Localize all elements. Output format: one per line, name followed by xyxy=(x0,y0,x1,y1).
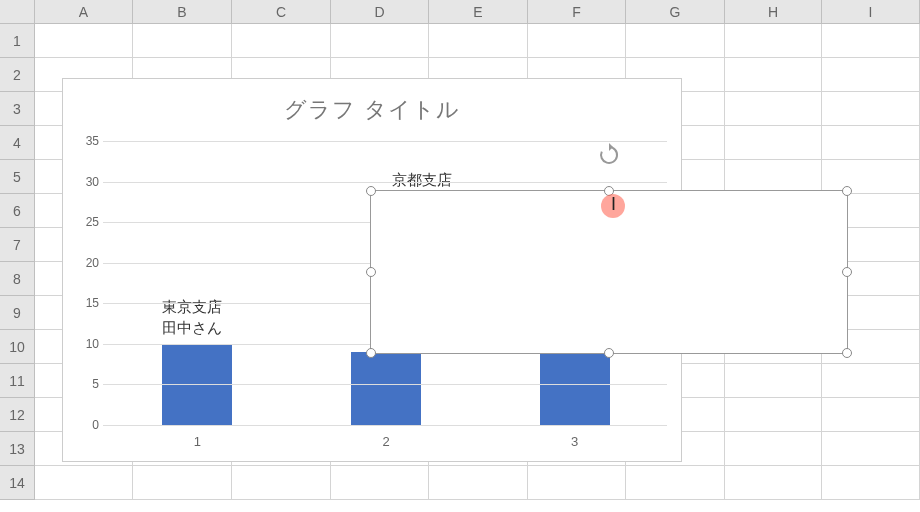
chart-title[interactable]: グラフ タイトル xyxy=(63,79,681,125)
cell-H11[interactable] xyxy=(725,364,822,398)
row-header-4[interactable]: 4 xyxy=(0,126,35,160)
bar[interactable] xyxy=(351,352,421,425)
cell-C14[interactable] xyxy=(232,466,331,500)
resize-handle[interactable] xyxy=(842,348,852,358)
y-tick: 25 xyxy=(86,215,99,229)
resize-handle[interactable] xyxy=(366,348,376,358)
cell-E14[interactable] xyxy=(429,466,528,500)
cell-D1[interactable] xyxy=(331,24,429,58)
row-header-6[interactable]: 6 xyxy=(0,194,35,228)
text-cursor-icon: I xyxy=(611,194,616,215)
column-header-H[interactable]: H xyxy=(725,0,822,23)
row-header-13[interactable]: 13 xyxy=(0,432,35,466)
row-header-10[interactable]: 10 xyxy=(0,330,35,364)
cell-D14[interactable] xyxy=(331,466,429,500)
row-header-5[interactable]: 5 xyxy=(0,160,35,194)
y-tick: 5 xyxy=(92,377,99,391)
cell-H5[interactable] xyxy=(725,160,822,194)
resize-handle[interactable] xyxy=(842,186,852,196)
x-tick: 2 xyxy=(382,434,389,449)
y-tick: 15 xyxy=(86,296,99,310)
resize-handle[interactable] xyxy=(366,267,376,277)
row-header-1[interactable]: 1 xyxy=(0,24,35,58)
cell-I1[interactable] xyxy=(822,24,920,58)
cell-H1[interactable] xyxy=(725,24,822,58)
cell-H14[interactable] xyxy=(725,466,822,500)
resize-handle[interactable] xyxy=(842,267,852,277)
cell-A1[interactable] xyxy=(35,24,133,58)
row-header-14[interactable]: 14 xyxy=(0,466,35,500)
cell-B14[interactable] xyxy=(133,466,232,500)
bar[interactable] xyxy=(540,352,610,425)
cell-G1[interactable] xyxy=(626,24,725,58)
cell-I11[interactable] xyxy=(822,364,920,398)
data-label[interactable]: 東京支店 田中さん xyxy=(162,296,222,338)
cell-G14[interactable] xyxy=(626,466,725,500)
gridline xyxy=(103,182,667,183)
resize-handle[interactable] xyxy=(604,348,614,358)
column-header-G[interactable]: G xyxy=(626,0,725,23)
column-header-D[interactable]: D xyxy=(331,0,429,23)
row-header-12[interactable]: 12 xyxy=(0,398,35,432)
cell-C1[interactable] xyxy=(232,24,331,58)
cell-I12[interactable] xyxy=(822,398,920,432)
rotate-handle-icon[interactable] xyxy=(597,143,621,167)
y-tick: 30 xyxy=(86,175,99,189)
cell-I14[interactable] xyxy=(822,466,920,500)
x-tick: 1 xyxy=(194,434,201,449)
row-header-3[interactable]: 3 xyxy=(0,92,35,126)
x-tick: 3 xyxy=(571,434,578,449)
cell-H3[interactable] xyxy=(725,92,822,126)
column-header-A[interactable]: A xyxy=(35,0,133,23)
row-header-9[interactable]: 9 xyxy=(0,296,35,330)
gridline xyxy=(103,425,667,426)
cell-E1[interactable] xyxy=(429,24,528,58)
select-all-corner[interactable] xyxy=(0,0,35,23)
column-headers: ABCDEFGHI xyxy=(0,0,920,24)
cell-H2[interactable] xyxy=(725,58,822,92)
y-tick: 20 xyxy=(86,256,99,270)
cell-I2[interactable] xyxy=(822,58,920,92)
y-tick: 0 xyxy=(92,418,99,432)
row-header-11[interactable]: 11 xyxy=(0,364,35,398)
cell-A14[interactable] xyxy=(35,466,133,500)
gridline xyxy=(103,141,667,142)
cell-B1[interactable] xyxy=(133,24,232,58)
data-label[interactable]: 京都支店 xyxy=(392,169,452,190)
cell-H13[interactable] xyxy=(725,432,822,466)
column-header-F[interactable]: F xyxy=(528,0,626,23)
column-header-I[interactable]: I xyxy=(822,0,920,23)
cell-F14[interactable] xyxy=(528,466,626,500)
gridline xyxy=(103,384,667,385)
column-header-E[interactable]: E xyxy=(429,0,528,23)
column-header-B[interactable]: B xyxy=(133,0,232,23)
row-header-8[interactable]: 8 xyxy=(0,262,35,296)
cell-I4[interactable] xyxy=(822,126,920,160)
y-tick: 10 xyxy=(86,337,99,351)
cell-I3[interactable] xyxy=(822,92,920,126)
cell-H12[interactable] xyxy=(725,398,822,432)
cell-H4[interactable] xyxy=(725,126,822,160)
resize-handle[interactable] xyxy=(366,186,376,196)
cell-F1[interactable] xyxy=(528,24,626,58)
y-axis: 05101520253035 xyxy=(71,141,103,425)
column-header-C[interactable]: C xyxy=(232,0,331,23)
row-header-2[interactable]: 2 xyxy=(0,58,35,92)
row-header-7[interactable]: 7 xyxy=(0,228,35,262)
cell-I13[interactable] xyxy=(822,432,920,466)
cell-I5[interactable] xyxy=(822,160,920,194)
y-tick: 35 xyxy=(86,134,99,148)
